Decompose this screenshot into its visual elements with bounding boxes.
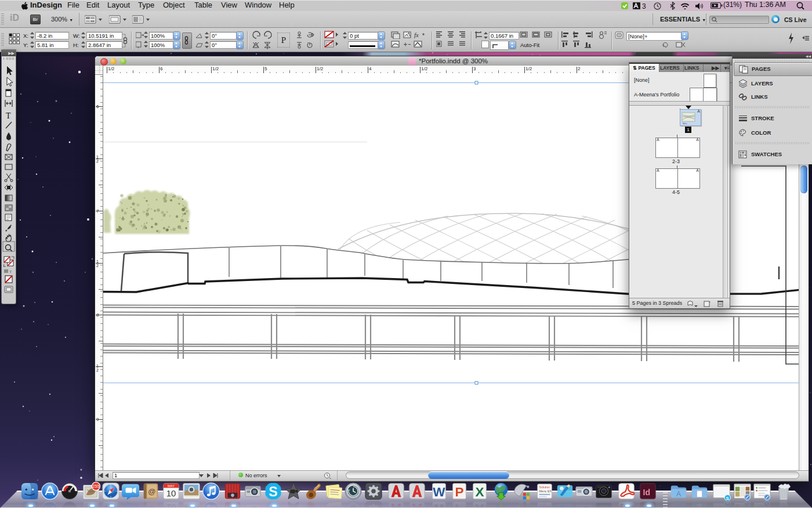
svg-text:MAY: MAY: [168, 484, 175, 488]
svg-text:P: P: [455, 485, 463, 499]
svg-text:S: S: [726, 496, 729, 500]
svg-text:X: X: [475, 485, 484, 499]
svg-text:Mns: Mns: [683, 122, 687, 125]
svg-text:255: 255: [93, 484, 100, 488]
svg-text:@: @: [148, 487, 155, 496]
svg-text:fx: fx: [414, 31, 419, 38]
svg-text:Solution: Solution: [539, 485, 550, 489]
svg-text:Id: Id: [643, 488, 651, 497]
svg-text:T: T: [6, 111, 11, 120]
svg-text:T: T: [9, 269, 12, 274]
svg-text:10: 10: [166, 488, 176, 498]
svg-text:S: S: [269, 484, 278, 499]
svg-text:W: W: [433, 485, 445, 499]
svg-text:A: A: [676, 490, 682, 498]
svg-text:3: 3: [642, 2, 646, 9]
svg-text:Menu EX: Menu EX: [539, 489, 552, 493]
